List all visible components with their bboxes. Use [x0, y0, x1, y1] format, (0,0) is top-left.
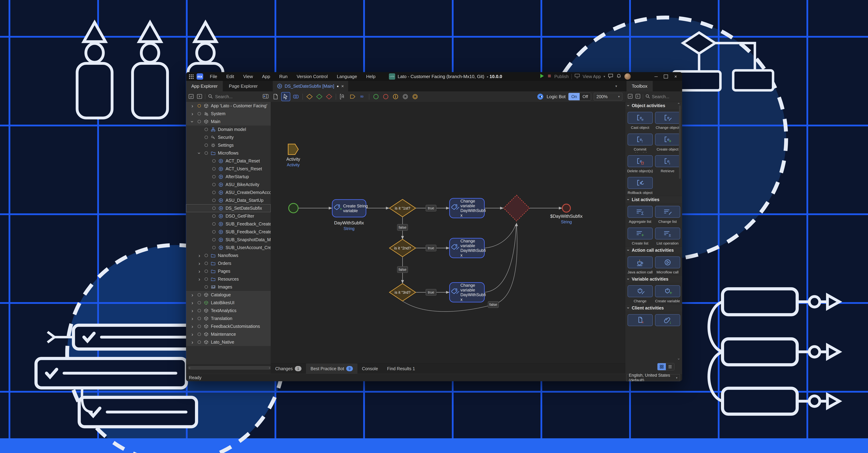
tree-item-resources[interactable]: ›Resources: [186, 275, 271, 283]
toolbox-item-java-action-call[interactable]: [627, 256, 653, 268]
toolbox-search-input[interactable]: Search...: [652, 94, 669, 99]
chevron-right-icon[interactable]: ›: [191, 317, 193, 320]
toolbox-item-create-object[interactable]: e+: [655, 134, 680, 145]
scroll-down-icon[interactable]: ⌄: [677, 356, 680, 361]
tab-overflow-caret-icon[interactable]: ▾: [615, 84, 617, 88]
tab-toolbox[interactable]: Toolbox: [626, 81, 653, 91]
list-view-button[interactable]: [666, 363, 674, 370]
decision-orange-tool[interactable]: [305, 92, 314, 101]
toolbox-list-icon[interactable]: [635, 93, 641, 100]
zoom-select[interactable]: 200% ▾: [594, 93, 622, 101]
grid-view-button[interactable]: [657, 363, 666, 370]
toolbox-section-variable-activities[interactable]: ›Variable activities: [625, 275, 682, 283]
chevron-right-icon[interactable]: ›: [198, 270, 200, 273]
logic-bot-toggle[interactable]: On Off: [568, 93, 591, 101]
feedback-icon[interactable]: [608, 74, 614, 80]
chevron-right-icon[interactable]: ›: [191, 340, 193, 344]
view-app-button[interactable]: View App: [583, 74, 601, 79]
user-avatar[interactable]: [624, 73, 631, 80]
toolbox-item-change-variable[interactable]: [627, 285, 653, 297]
toolbox-item-create-list[interactable]: +: [627, 228, 653, 239]
tree-item-pages[interactable]: ›Pages: [186, 267, 271, 275]
tree-item-ds-setdatesubfix[interactable]: DS_SetDateSubfix: [186, 204, 271, 212]
menu-view[interactable]: View: [239, 72, 257, 81]
tree-item-act-data-reset[interactable]: ACT_Data_Reset: [186, 157, 271, 165]
tree-item-asu-createdemoaccounts[interactable]: ASU_CreateDemoAccounts: [186, 189, 271, 196]
menu-edit[interactable]: Edit: [222, 72, 239, 81]
tree-item-orders[interactable]: ›Orders: [186, 259, 271, 267]
toolbox-item-change-list[interactable]: [655, 206, 680, 218]
tree-item-lato-native[interactable]: ›Lato_Native: [186, 338, 271, 346]
minimize-button[interactable]: ─: [651, 72, 661, 81]
maximize-button[interactable]: [661, 72, 671, 81]
event-error-tool[interactable]: [391, 92, 400, 101]
tree-item-maintenance[interactable]: ›Maintenance: [186, 330, 271, 338]
tree-item-catalogue[interactable]: ›Catalogue: [186, 291, 271, 299]
tab-page-explorer[interactable]: Page Explorer: [224, 81, 263, 91]
chevron-right-icon[interactable]: ›: [191, 325, 193, 328]
locate-document-icon[interactable]: [196, 93, 203, 100]
menu-help[interactable]: Help: [362, 72, 380, 81]
chevron-right-icon[interactable]: ›: [198, 278, 200, 281]
menu-language[interactable]: Language: [332, 72, 362, 81]
tree-item-afterstartup[interactable]: AfterStartup: [186, 173, 271, 181]
event-start-tool[interactable]: [372, 92, 380, 101]
toolbox-item-rollback-object[interactable]: e: [627, 177, 653, 189]
tree-item-act-users-reset[interactable]: ACT_Users_Reset: [186, 165, 271, 173]
publish-button[interactable]: Publish: [554, 74, 569, 79]
language-selector[interactable]: English, United States (default) ▾: [626, 374, 680, 381]
toolbox-item-delete-object[interactable]: e: [627, 155, 653, 167]
tree-item-main[interactable]: ›Main: [186, 118, 271, 125]
notifications-icon[interactable]: [616, 74, 622, 80]
dock-tab-changes[interactable]: Changes1: [271, 363, 306, 374]
toolbox-section-action-call-activities[interactable]: ›Action call activities: [625, 247, 682, 254]
microflow-canvas[interactable]: ActivityActivitytruetruetruefalsefalsefa…: [271, 102, 625, 363]
chevron-right-icon[interactable]: ›: [191, 309, 193, 312]
tree-item-nanoflows[interactable]: ›Nanoflows: [186, 252, 271, 259]
document-tab[interactable]: DS_SetDateSubfix [Main] ● ×: [273, 81, 348, 91]
menu-run[interactable]: Run: [275, 72, 292, 81]
toolbox-item-create-variable[interactable]: +: [655, 285, 680, 297]
toolbox-section-client-activities[interactable]: ›Client activities: [625, 304, 682, 311]
tree-item-sub-feedback-createsingle[interactable]: SUB_Feedback_CreateSingle: [186, 228, 271, 236]
page-export-tool[interactable]: [271, 92, 280, 101]
run-button[interactable]: [539, 73, 545, 80]
tree-item-system[interactable]: ›System: [186, 110, 271, 118]
app-grid-icon[interactable]: [188, 74, 194, 81]
toolbox-item-aggregate-list[interactable]: Σ: [627, 206, 653, 218]
toolbox-item-download-file[interactable]: ↓: [655, 314, 680, 326]
menu-version-control[interactable]: Version Control: [292, 72, 332, 81]
chevron-down-icon[interactable]: ›: [191, 121, 194, 122]
close-tab-icon[interactable]: ×: [341, 84, 344, 89]
logic-bot-off[interactable]: Off: [580, 93, 591, 100]
chevron-right-icon[interactable]: ›: [198, 254, 200, 257]
menu-file[interactable]: File: [205, 72, 222, 81]
tree-item-app-lato-customer-facing-[interactable]: ›App 'Lato - Customer Facing': [186, 102, 271, 110]
toolbox-scrollbar[interactable]: [679, 105, 681, 179]
toolbox-item-list-operation[interactable]: ±: [655, 228, 680, 239]
toolbox-item-retrieve[interactable]: e↓: [655, 155, 680, 167]
dock-tab-best-practice-bot[interactable]: Best Practice Bot9: [306, 363, 358, 374]
view-app-caret-icon[interactable]: ▾: [603, 75, 605, 78]
toolbox-item-close-page[interactable]: ×: [627, 314, 653, 326]
tree-item-asu-data-startup[interactable]: ASU_Data_StartUp: [186, 196, 271, 204]
dock-tab-console[interactable]: Console: [358, 363, 382, 374]
close-button[interactable]: ×: [671, 72, 681, 81]
logic-bot-on[interactable]: On: [568, 93, 580, 100]
chevron-right-icon[interactable]: ›: [191, 333, 193, 336]
tree-item-sub-snapshotdata-multiply[interactable]: SUB_SnapshotData_Multiply: [186, 236, 271, 244]
tree-item-sub-useraccount-create[interactable]: SUB_UserAccount_Create: [186, 244, 271, 252]
tree-item-textanalytics[interactable]: ›TextAnalytics: [186, 307, 271, 315]
parameter-tool[interactable]: [348, 92, 357, 101]
toolbox-item-change-object[interactable]: e: [655, 112, 680, 124]
collapse-tree-icon[interactable]: [188, 93, 194, 100]
toolbox-section-object-activities[interactable]: ›Object activities: [625, 102, 682, 109]
tree-item-feedbackcustomisations[interactable]: ›FeedbackCustomisations: [186, 322, 271, 330]
tree-item-latobikesui[interactable]: ›LatoBikesUI: [186, 299, 271, 307]
tree-item-settings[interactable]: Settings: [186, 141, 271, 149]
tree-item-images[interactable]: Images: [186, 283, 271, 291]
activity-tool[interactable]: [292, 92, 300, 101]
scroll-up-icon[interactable]: ⌃: [677, 102, 680, 107]
chevron-right-icon[interactable]: ›: [198, 262, 200, 265]
toolbox-item-cast-object[interactable]: ee: [627, 112, 653, 124]
